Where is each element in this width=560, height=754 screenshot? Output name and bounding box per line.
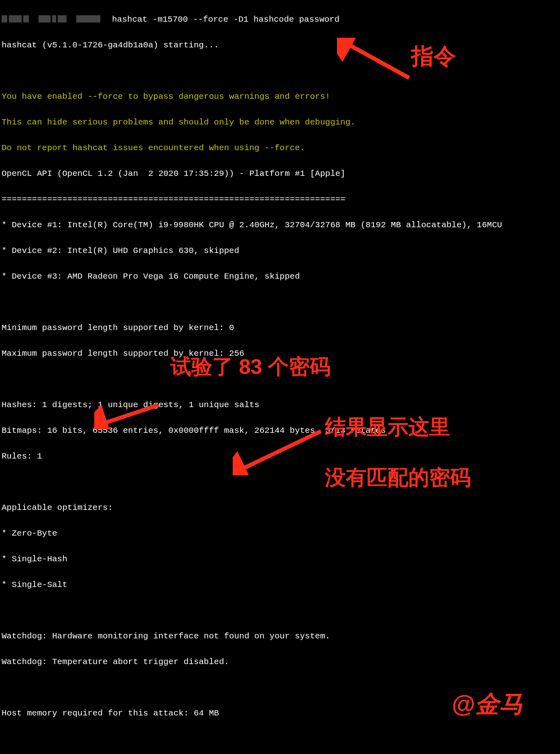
watchdog-2: Watchdog: Temperature abort trigger disa…: [2, 656, 558, 668]
opt-2: * Single-Hash: [2, 553, 558, 566]
opt-3: * Single-Salt: [2, 579, 558, 591]
device-1: * Device #1: Intel(R) Core(TM) i9-9980HK…: [2, 219, 558, 232]
hashes-line: Hashes: 1 digests; 1 unique digests, 1 u…: [2, 399, 558, 412]
opt-1: * Zero-Byte: [2, 527, 558, 540]
watchdog-1: Watchdog: Hardware monitoring interface …: [2, 630, 558, 643]
warn-line-2: This can hide serious problems and shoul…: [2, 116, 558, 129]
warn-line-1: You have enabled --force to bypass dange…: [2, 90, 558, 103]
warn-line-3: Do not report hashcat issues encountered…: [2, 142, 558, 155]
blank: [2, 733, 558, 746]
starting-line: hashcat (v5.1.0-1726-ga4db1a0a) starting…: [2, 39, 558, 52]
opt-header: Applicable optimizers:: [2, 501, 558, 514]
max-len: Maximum password length supported by ker…: [2, 347, 558, 360]
rules-line: Rules: 1: [2, 450, 558, 463]
hr-line: ========================================…: [2, 193, 558, 206]
blank: [2, 476, 558, 489]
prompt-line: hashcat -m15700 --force -D1 hashcode pas…: [2, 13, 558, 26]
censored-prompt: [2, 13, 102, 26]
device-2: * Device #2: Intel(R) UHD Graphics 630, …: [2, 245, 558, 257]
min-len: Minimum password length supported by ker…: [2, 322, 558, 334]
blank: [2, 604, 558, 617]
blank: [2, 65, 558, 77]
hostmem-line: Host memory required for this attack: 64…: [2, 707, 558, 720]
bitmaps-line: Bitmaps: 16 bits, 65536 entries, 0x0000f…: [2, 424, 558, 437]
opencl-line: OpenCL API (OpenCL 1.2 (Jan 2 2020 17:35…: [2, 167, 558, 180]
terminal-output: hashcat -m15700 --force -D1 hashcode pas…: [0, 0, 560, 754]
blank: [2, 681, 558, 694]
command-text: hashcat -m15700 --force -D1 hashcode pas…: [112, 15, 339, 24]
blank: [2, 296, 558, 309]
blank: [2, 373, 558, 386]
device-3: * Device #3: AMD Radeon Pro Vega 16 Comp…: [2, 270, 558, 283]
